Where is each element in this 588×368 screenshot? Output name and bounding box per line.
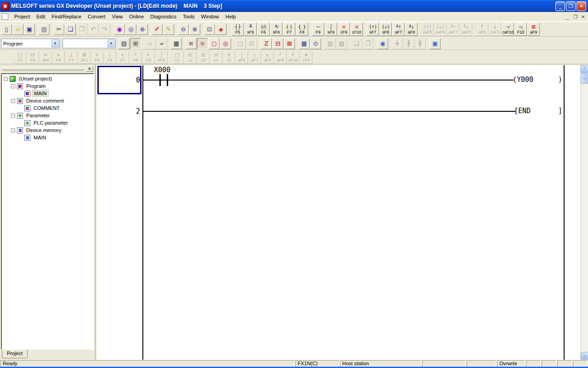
project-data-copy-icon[interactable]: ⊡	[204, 24, 215, 35]
mdi-document-icon[interactable]	[2, 13, 8, 20]
project-tab[interactable]: Project	[2, 349, 28, 358]
restore-button[interactable]: ❐	[566, 1, 576, 11]
scrollbar-thumb[interactable]	[581, 74, 588, 84]
delete-row-gray-icon[interactable]: ╫	[403, 38, 414, 49]
tree-item-program[interactable]: - Program	[2, 82, 93, 90]
menu-item[interactable]: View	[109, 12, 126, 21]
find-icon[interactable]: ◉	[114, 24, 125, 35]
zoom-in-icon[interactable]: ⊕	[189, 24, 200, 35]
window-cascade-gray-icon[interactable]: ❏	[351, 38, 362, 49]
edit-block-gray-icon[interactable]: ╬	[415, 38, 426, 49]
chevron-down-icon[interactable]: ▼	[107, 40, 115, 47]
project-tree-toggle-icon[interactable]: ⊞	[130, 38, 141, 49]
stop-gray-icon[interactable]: ▨	[336, 38, 347, 49]
online-search-icon[interactable]: ◈	[215, 24, 226, 35]
delete-line-button[interactable]: ─/ caF10	[502, 23, 514, 36]
menu-item[interactable]: Edit	[33, 12, 48, 21]
coil-symbol[interactable]: (Y000	[513, 76, 533, 84]
release-forced-io-icon[interactable]: ⊠	[284, 38, 295, 49]
tree-item-device-comment[interactable]: - Device comment	[2, 97, 93, 104]
tree-item-project-root[interactable]: - (Unset project)	[2, 75, 93, 82]
data-type-combobox[interactable]: Program ▼	[1, 39, 60, 48]
falling-pulse-close-branch-button[interactable]: ╨↓ saF8	[460, 23, 472, 36]
open-contact-button[interactable]: ┤├ F5	[232, 23, 244, 36]
comment-gray-icon[interactable]: ▰	[156, 38, 167, 49]
connection-gray-icon[interactable]: □	[235, 38, 246, 49]
save-project-icon[interactable]: ▣	[24, 24, 35, 35]
ladder-write-mode-icon[interactable]: ✐	[152, 24, 163, 35]
menu-item[interactable]: Tools	[180, 12, 198, 21]
device-batch-monitor-icon[interactable]: ▦	[299, 38, 310, 49]
zoom-out-icon[interactable]: ⊖	[178, 24, 189, 35]
copy-icon[interactable]: ❏	[65, 24, 76, 35]
rising-pulse-close-button[interactable]: ┤↑├ saF5	[421, 23, 434, 36]
insert-row-gray-icon[interactable]: ╪	[392, 38, 403, 49]
monitor-watch-icon[interactable]: ⊙	[310, 38, 321, 49]
rising-pulse-branch-button[interactable]: ╨↑ aF7	[392, 23, 405, 36]
menu-item[interactable]: Project	[11, 12, 33, 21]
instruction-list-icon[interactable]: ≡	[186, 38, 197, 49]
falling-pulse-branch-button[interactable]: ╨↓ aF8	[405, 23, 418, 36]
forced-io-icon[interactable]: ⊟	[272, 38, 283, 49]
cut-icon[interactable]: ✂	[53, 24, 64, 35]
tree-item-program-main[interactable]: MAIN	[2, 90, 93, 97]
paste-icon[interactable]: ❐	[76, 24, 87, 35]
device-find-icon[interactable]: ○	[209, 38, 220, 49]
falling-pulse-button[interactable]: ┤↓├ sF8	[379, 23, 392, 36]
window-tile-gray-icon[interactable]: ❐	[362, 38, 373, 49]
menu-item[interactable]: Online	[126, 12, 147, 21]
write-line-button[interactable]: ─┐ F10	[514, 23, 527, 36]
tree-item-parameter[interactable]: - Parameter	[2, 112, 93, 119]
parameter-gray-icon[interactable]: ▱	[145, 38, 156, 49]
open-project-icon[interactable]: ▱	[12, 24, 23, 35]
tree-item-plc-parameter[interactable]: PLC parameter	[2, 119, 93, 126]
pause-gray-icon[interactable]: ▥	[325, 38, 336, 49]
tree-expand-icon[interactable]: -	[11, 84, 15, 88]
ladder-canvas[interactable]: 0 X000 (Y000 ) 2 [END ]	[97, 65, 580, 360]
delete-vertical-line-button[interactable]: × cF10	[351, 23, 363, 36]
invert-operation-close-button[interactable]: ↓ caF5	[489, 23, 501, 36]
device-find-write-icon[interactable]: ◎	[220, 38, 231, 49]
panel-close-button[interactable]: ×	[86, 66, 93, 72]
tree-item-device-memory[interactable]: - Device memory	[2, 126, 93, 134]
find-instruction-icon[interactable]: ⊕	[137, 24, 148, 35]
close-button[interactable]: ✕	[577, 1, 586, 11]
device-test-icon[interactable]: Z	[261, 38, 272, 49]
horizontal-line-button[interactable]: ─ F9	[312, 23, 324, 36]
ladder-read-mode-icon[interactable]: ✎	[163, 24, 174, 35]
menu-item[interactable]: Diagnostics	[147, 12, 180, 21]
data-name-combobox[interactable]: ▼	[62, 39, 116, 48]
tree-expand-icon[interactable]: -	[11, 99, 15, 103]
delete-rung-button[interactable]: ⊠ aF9	[527, 23, 540, 36]
tree-expand-icon[interactable]: -	[11, 128, 15, 132]
mdi-restore-button[interactable]: ❐	[571, 13, 579, 20]
contact-open-symbol[interactable]	[159, 74, 161, 86]
open-branch-button[interactable]: ╨ sF5	[244, 23, 257, 36]
falling-pulse-close-button[interactable]: ┤↓├ saF6	[434, 23, 447, 36]
closed-contact-button[interactable]: ┤/├ F6	[257, 23, 270, 36]
undo-icon[interactable]: ↶	[88, 24, 99, 35]
coil-button[interactable]: ( ) F7	[283, 23, 295, 36]
vertical-line-button[interactable]: │ sF9	[325, 23, 337, 36]
find-device-icon[interactable]: ◎	[125, 24, 136, 35]
end-instruction[interactable]: [END	[514, 107, 531, 115]
delete-horizontal-line-button[interactable]: × cF9	[338, 23, 350, 36]
project-data-list-icon[interactable]: ▤	[119, 38, 130, 49]
redo-icon[interactable]: ↷	[99, 24, 110, 35]
menu-item[interactable]: Help	[222, 12, 239, 21]
mdi-minimize-button[interactable]: _	[564, 13, 571, 20]
menu-item[interactable]: Window	[198, 12, 222, 21]
chevron-down-icon[interactable]: ▼	[51, 40, 59, 47]
tree-item-memory-main[interactable]: MAIN	[2, 134, 93, 141]
closed-branch-button[interactable]: ╨/ sF6	[270, 23, 283, 36]
contact-open-symbol[interactable]	[167, 74, 168, 86]
menu-item[interactable]: Find/Replace	[48, 12, 85, 21]
monitor-mode-icon[interactable]: ▣	[430, 38, 441, 49]
tree-expand-icon[interactable]: -	[4, 77, 8, 81]
panel-drag-handle[interactable]	[2, 67, 84, 70]
minimize-button[interactable]: _	[555, 1, 565, 11]
scroll-up-icon[interactable]: ⌃	[581, 65, 588, 73]
invert-operation-button[interactable]: ↑ aF5	[476, 23, 488, 36]
print-icon[interactable]: ▤	[39, 24, 50, 35]
rising-pulse-close-branch-button[interactable]: ╨↑ saF7	[447, 23, 459, 36]
